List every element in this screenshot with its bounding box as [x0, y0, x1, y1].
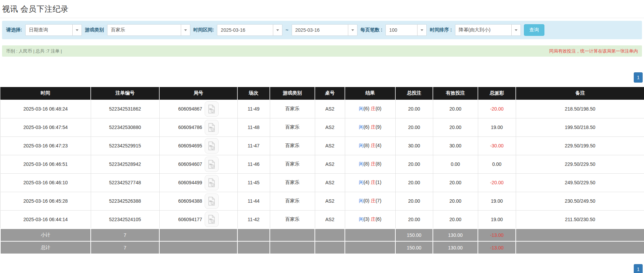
- time-sort-select[interactable]: 降幂(由大到小): [455, 24, 521, 36]
- chevron-down-icon: [348, 25, 357, 35]
- table-row: 2025-03-16 06:46:10 522342527748 6060944…: [0, 173, 644, 192]
- cell-payout: 19.00: [478, 192, 516, 210]
- chevron-down-icon: [273, 25, 282, 35]
- table-row: 2025-03-16 06:47:23 522342529915 6060946…: [0, 136, 644, 155]
- game-category-value: 百家乐: [107, 25, 181, 35]
- cell-game-type: 百家乐: [270, 100, 315, 118]
- video-replay-button[interactable]: [205, 120, 219, 135]
- date-from-select[interactable]: 2025-03-16: [217, 24, 282, 36]
- video-replay-button[interactable]: [205, 157, 219, 172]
- time-sort-label: 时间排序 :: [430, 27, 452, 33]
- result-player-score: (8): [364, 161, 369, 167]
- video-file-icon: [208, 123, 216, 132]
- cell-valid-bet: 20.00: [433, 173, 478, 192]
- page-1-button-bottom[interactable]: 1: [634, 264, 643, 273]
- result-banker-label: 庄: [371, 106, 376, 111]
- date-to-select[interactable]: 2025-03-16: [292, 24, 357, 36]
- cell-bet-id: 522342530880: [91, 118, 159, 136]
- cell-bet-id: 522342528942: [91, 155, 159, 173]
- game-category-select[interactable]: 百家乐: [107, 24, 190, 36]
- cell-total-bet-link[interactable]: 20.00: [395, 173, 433, 192]
- video-replay-button[interactable]: [205, 175, 219, 190]
- cell-round-id: 606094499: [159, 173, 237, 192]
- cell-game-type: 百家乐: [270, 210, 315, 229]
- cell-total-bet-link[interactable]: 30.00: [395, 136, 433, 155]
- video-replay-button[interactable]: [205, 101, 219, 117]
- table-header-row: 时间 注单编号 局号 场次 游戏类别 桌号 结果 总投注 有效投注 总派彩 备注: [0, 87, 644, 100]
- col-remark: 备注: [516, 87, 644, 100]
- result-player-label: 闲: [359, 161, 364, 167]
- video-file-icon: [208, 104, 216, 114]
- result-banker-score: (7): [376, 198, 381, 203]
- subtotal-empty-cell: [315, 229, 345, 241]
- result-player-score: (3): [364, 216, 369, 222]
- result-banker-score: (4): [376, 143, 381, 148]
- cell-payout: 0.00: [478, 155, 516, 173]
- result-player-label: 闲: [359, 124, 364, 130]
- cell-game-type: 百家乐: [270, 155, 315, 173]
- subtotal-empty-cell: [345, 229, 395, 241]
- video-replay-button[interactable]: [205, 138, 219, 154]
- page-size-value: 100: [386, 25, 417, 35]
- cell-time: 2025-03-16 06:46:51: [0, 155, 91, 173]
- cell-total-bet-link[interactable]: 20.00: [395, 155, 433, 173]
- cell-result: 闲(0) 庄(7): [345, 192, 395, 210]
- cell-session: 11-42: [237, 210, 270, 229]
- chevron-down-icon: [181, 25, 190, 35]
- date-range-separator: ~: [286, 27, 288, 33]
- col-payout: 总派彩: [478, 87, 516, 100]
- cell-remark: 229.50/199.50: [516, 136, 644, 155]
- pagination-top: 1: [0, 72, 644, 83]
- col-valid-bet: 有效投注: [433, 87, 478, 100]
- cell-valid-bet: 0.00: [433, 155, 478, 173]
- subtotal-empty-cell: [516, 229, 644, 241]
- cell-session: 11-45: [237, 173, 270, 192]
- subtotal-count: 7: [91, 229, 159, 241]
- total-empty-cell: [159, 241, 237, 254]
- total-empty-cell: [516, 241, 644, 254]
- video-file-icon: [208, 197, 216, 206]
- cell-game-type: 百家乐: [270, 173, 315, 192]
- search-button[interactable]: 查询: [524, 24, 544, 36]
- result-banker-score: (1): [376, 179, 381, 185]
- cell-total-bet-link[interactable]: 20.00: [395, 192, 433, 210]
- cell-valid-bet: 20.00: [433, 192, 478, 210]
- cell-total-bet-link[interactable]: 20.00: [395, 210, 433, 229]
- page-1-button-top[interactable]: 1: [634, 72, 643, 83]
- cell-total-bet-link[interactable]: 20.00: [395, 100, 433, 118]
- video-file-icon: [208, 141, 216, 150]
- video-file-icon: [208, 160, 216, 169]
- cell-total-bet-link[interactable]: 20.00: [395, 118, 433, 136]
- cell-time: 2025-03-16 06:48:24: [0, 100, 91, 118]
- cell-game-type: 百家乐: [270, 192, 315, 210]
- table-row: 2025-03-16 06:45:28 522342526388 6060943…: [0, 192, 644, 210]
- result-banker-score: (9): [376, 124, 381, 130]
- cell-table-no: AS2: [315, 173, 345, 192]
- result-banker-label: 庄: [371, 216, 376, 222]
- result-player-score: (8): [364, 143, 369, 148]
- page-size-select[interactable]: 100: [385, 24, 427, 36]
- cell-payout: 19.00: [478, 118, 516, 136]
- cell-session: 11-44: [237, 192, 270, 210]
- round-id-text: 606094388: [178, 198, 202, 204]
- round-id-text: 606094786: [178, 125, 202, 130]
- video-replay-button[interactable]: [205, 193, 219, 209]
- round-id-text: 606094607: [178, 161, 202, 167]
- cell-session: 11-46: [237, 155, 270, 173]
- subtotal-empty-cell: [270, 229, 315, 241]
- query-type-label: 请选择:: [6, 27, 22, 33]
- cell-table-no: AS2: [315, 100, 345, 118]
- video-replay-button[interactable]: [205, 212, 219, 227]
- col-time: 时间: [0, 87, 91, 100]
- summary-bar: 币别 : 人民币 | 总共 :7 注单 | 同局有效投注，统一计算在该局第一张注…: [2, 45, 642, 57]
- total-count: 7: [91, 241, 159, 254]
- pagination-bottom: 1: [0, 264, 644, 273]
- total-total-bet: 150.00: [395, 241, 433, 254]
- cell-table-no: AS2: [315, 155, 345, 173]
- subtotal-empty-cell: [237, 229, 270, 241]
- total-empty-cell: [270, 241, 315, 254]
- round-id-text: 606094867: [178, 106, 202, 112]
- cell-time: 2025-03-16 06:45:28: [0, 192, 91, 210]
- cell-payout: 19.00: [478, 210, 516, 229]
- query-type-select[interactable]: 日期查询: [25, 24, 82, 36]
